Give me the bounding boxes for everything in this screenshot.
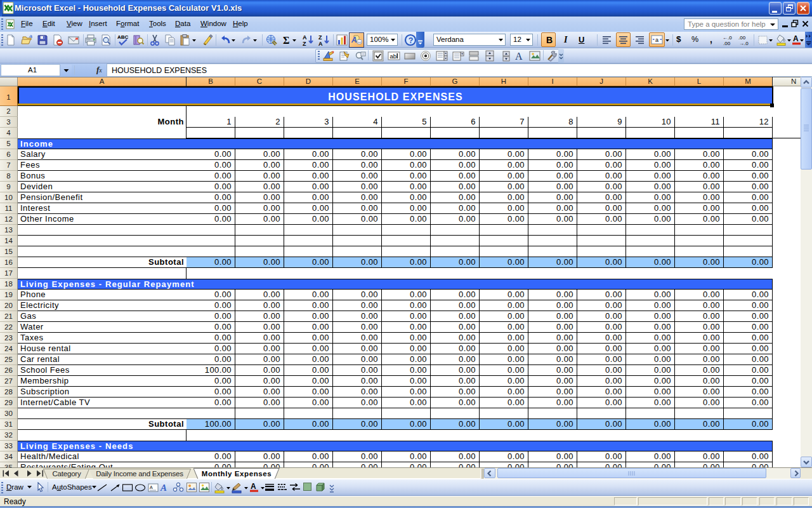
svg-text:A: A: [793, 34, 799, 43]
svg-text:Σ: Σ: [283, 35, 289, 46]
svg-text:A: A: [351, 36, 357, 44]
svg-text:?: ?: [409, 36, 414, 45]
svg-text:A: A: [160, 483, 167, 493]
svg-text:ABC: ABC: [117, 34, 129, 40]
svg-text:Z: Z: [318, 34, 322, 41]
svg-text:A: A: [515, 51, 523, 62]
svg-text:.00: .00: [738, 35, 746, 41]
svg-text:A: A: [251, 482, 256, 491]
svg-text:ab: ab: [390, 53, 397, 60]
svg-text:.00: .00: [723, 41, 731, 46]
svg-text:Z: Z: [303, 41, 306, 46]
svg-text:A: A: [318, 41, 323, 46]
svg-text:A: A: [150, 485, 153, 490]
svg-text:a: a: [655, 37, 658, 43]
svg-text:←.0: ←.0: [723, 35, 732, 41]
svg-text:A: A: [303, 34, 307, 41]
svg-text:→.0: →.0: [739, 41, 749, 46]
